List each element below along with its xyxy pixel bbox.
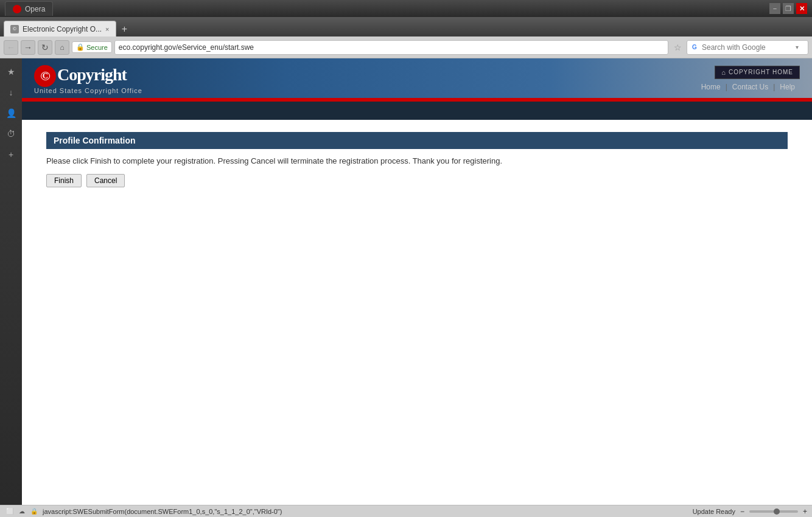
- browser-content: ©Copyright United States Copyright Offic…: [22, 58, 812, 505]
- google-icon: G: [690, 43, 699, 52]
- header-nav: Home | Contact Us | Help: [696, 83, 800, 91]
- secure-label: Secure: [86, 44, 108, 51]
- title-bar-controls: − ❐ ✕: [769, 3, 807, 14]
- action-buttons: Finish Cancel: [46, 174, 788, 187]
- new-tab-button[interactable]: +: [117, 22, 132, 36]
- sidebar-history-icon[interactable]: ⏱: [2, 125, 19, 142]
- copyright-c-icon: ©: [34, 65, 56, 87]
- sidebar-bookmarks-icon[interactable]: ★: [2, 63, 19, 80]
- bookmark-star-icon[interactable]: ☆: [671, 41, 684, 54]
- status-right: Update Ready − +: [693, 507, 807, 516]
- status-icons: ⬜ ☁ 🔒: [5, 507, 39, 516]
- zoom-thumb: [774, 508, 780, 515]
- opera-label: Opera: [25, 5, 45, 13]
- header-right: ⌂ Copyright Home Home | Contact Us | Hel…: [696, 66, 800, 91]
- copyright-subtitle: United States Copyright Office: [34, 87, 142, 94]
- zoom-in-icon[interactable]: +: [803, 507, 807, 516]
- copyright-home-button[interactable]: ⌂ Copyright Home: [715, 66, 800, 79]
- confirmation-text: Please click Finish to complete your reg…: [46, 156, 788, 165]
- site-header: ©Copyright United States Copyright Offic…: [22, 58, 812, 98]
- tab-bar: © Electronic Copyright O... × +: [0, 17, 812, 36]
- finish-button[interactable]: Finish: [46, 174, 82, 187]
- status-page-icon: ⬜: [5, 507, 15, 516]
- back-button[interactable]: ←: [4, 40, 18, 55]
- left-sidebar: ★ ↓ 👤 ⏱ +: [0, 58, 22, 505]
- address-bar: ← → ↻ ⌂ 🔒 Secure eco.copyright.gov/eServ…: [0, 36, 812, 58]
- sidebar-user-icon[interactable]: 👤: [2, 105, 19, 122]
- home-nav-button[interactable]: ⌂: [55, 40, 69, 55]
- browser-tab[interactable]: © Electronic Copyright O... ×: [4, 21, 116, 36]
- copyright-logo: ©Copyright United States Copyright Offic…: [34, 63, 142, 94]
- tab-favicon-icon: ©: [10, 25, 19, 33]
- copyright-home-label: Copyright Home: [729, 69, 793, 75]
- tab-label: Electronic Copyright O...: [23, 25, 102, 33]
- minimize-button[interactable]: −: [769, 3, 780, 14]
- restore-button[interactable]: ❐: [783, 3, 794, 14]
- update-ready-label: Update Ready: [693, 508, 735, 515]
- status-bar: ⬜ ☁ 🔒 javascript:SWESubmitForm(document.…: [0, 505, 812, 517]
- zoom-slider[interactable]: [749, 510, 798, 513]
- opera-tab[interactable]: Opera: [5, 1, 53, 16]
- zoom-out-icon[interactable]: −: [740, 507, 744, 516]
- status-cloud-icon: ☁: [17, 507, 27, 516]
- copyright-title: ©Copyright: [34, 63, 142, 87]
- tab-close-button[interactable]: ×: [105, 26, 109, 33]
- cancel-button[interactable]: Cancel: [86, 174, 125, 187]
- search-bar[interactable]: G ▾: [687, 40, 808, 55]
- title-bar: Opera − ❐ ✕: [0, 0, 812, 17]
- search-dropdown-icon[interactable]: ▾: [796, 44, 799, 50]
- url-text: eco.copyright.gov/eService_enu/start.swe: [119, 43, 254, 52]
- opera-logo-icon: [13, 5, 21, 13]
- home-nav-link[interactable]: Home: [696, 83, 726, 91]
- reload-button[interactable]: ↻: [38, 40, 52, 55]
- secure-badge: 🔒 Secure: [72, 41, 112, 53]
- title-bar-left: Opera: [5, 1, 53, 16]
- sidebar-downloads-icon[interactable]: ↓: [2, 84, 19, 101]
- search-input[interactable]: [702, 43, 793, 52]
- status-url: javascript:SWESubmitForm(document.SWEFor…: [43, 508, 282, 515]
- contact-us-link[interactable]: Contact Us: [727, 83, 773, 91]
- close-button[interactable]: ✕: [796, 3, 807, 14]
- section-title-bar: Profile Confirmation: [46, 132, 788, 149]
- forward-button[interactable]: →: [21, 40, 35, 55]
- url-bar[interactable]: eco.copyright.gov/eService_enu/start.swe: [114, 40, 668, 55]
- dark-nav-bar: [22, 102, 812, 120]
- sidebar-add-icon[interactable]: +: [2, 146, 19, 163]
- home-small-icon: ⌂: [721, 69, 726, 76]
- help-link[interactable]: Help: [775, 83, 800, 91]
- lock-icon: 🔒: [76, 43, 85, 51]
- status-left: ⬜ ☁ 🔒 javascript:SWESubmitForm(document.…: [5, 507, 282, 516]
- page-content: Profile Confirmation Please click Finish…: [22, 120, 812, 200]
- status-lock-icon: 🔒: [29, 507, 39, 516]
- copyright-logo-text: Copyright: [57, 65, 127, 84]
- section-title: Profile Confirmation: [54, 136, 136, 145]
